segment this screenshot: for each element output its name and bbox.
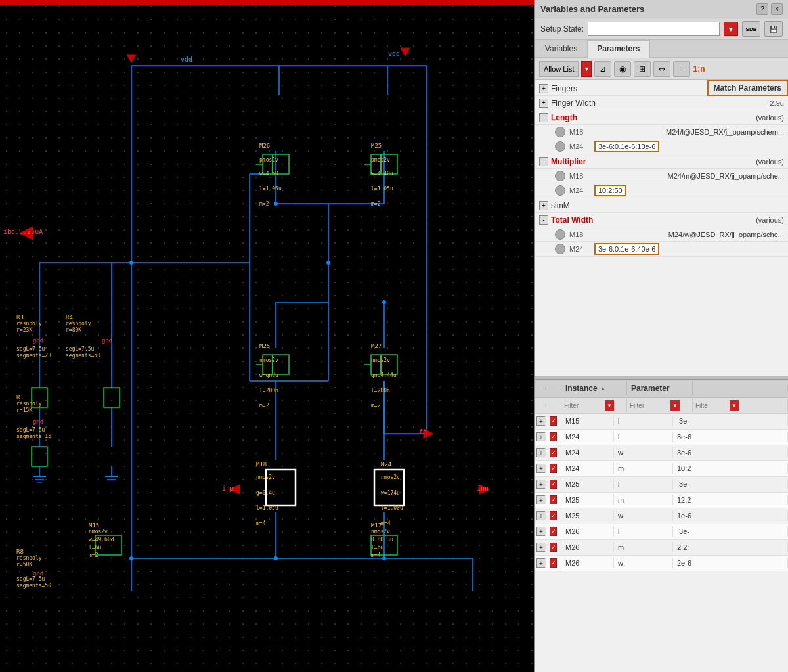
row-value: .3e- [673, 416, 788, 426]
expand-finger-width[interactable]: + [539, 99, 548, 108]
row-expand[interactable]: + [535, 464, 546, 473]
row-expand[interactable]: + [535, 448, 546, 457]
instance-sort-arrow[interactable]: ▲ [600, 385, 606, 392]
setup-state-input[interactable] [588, 22, 720, 36]
filter-button[interactable]: ⊿ [594, 61, 611, 77]
expand-length[interactable]: - [539, 113, 548, 122]
param-filter-input[interactable] [630, 402, 669, 409]
row-instance: M25 [561, 510, 614, 521]
row-expand[interactable]: + [535, 495, 546, 504]
tree-item-finger-width[interactable]: + Finger Width 2.9u [535, 96, 788, 110]
expand-icon[interactable]: + [536, 464, 546, 473]
row-checkbox[interactable]: ✓ [546, 415, 561, 427]
row-checkbox[interactable]: ✓ [546, 526, 561, 537]
row-expand[interactable]: + [535, 416, 546, 426]
total-width-label: Total Width [551, 215, 751, 225]
tree-item-simm[interactable]: + simM [535, 198, 788, 213]
row-param: l [614, 526, 673, 537]
allow-list-button[interactable]: Allow List [539, 61, 579, 77]
schematic-canvas[interactable]: vdd vdd ibg...25uA M26 pmos2v w=4.60 l=1… [0, 0, 535, 672]
param-filter-dropdown[interactable]: ▼ [670, 400, 680, 411]
expand-icon[interactable]: + [536, 416, 546, 426]
sdb-button[interactable]: SDB [742, 21, 760, 37]
r8-seg2: segments=50 [16, 583, 51, 589]
tree-item-length[interactable]: - Length (various) [535, 110, 788, 125]
row-checkbox[interactable]: ✓ [546, 447, 561, 459]
vdd-label-left: vdd [181, 56, 192, 63]
total-width-value: (various) [756, 216, 784, 224]
match-parameters-box[interactable]: Match Parameters [707, 80, 788, 96]
expand-icon[interactable]: + [536, 558, 546, 568]
checkbox-icon[interactable]: ✓ [550, 558, 557, 568]
close-button[interactable]: × [771, 3, 783, 15]
checkbox-icon[interactable]: ✓ [550, 511, 557, 520]
allow-list-dropdown[interactable]: ▼ [581, 61, 592, 77]
title-bar-icons: ? × [756, 3, 783, 15]
help-button[interactable]: ? [756, 3, 768, 15]
expand-multiplier[interactable]: - [539, 157, 548, 166]
row-expand[interactable]: + [535, 543, 546, 552]
grid-button[interactable]: ⊞ [634, 61, 651, 77]
tw-m24-value[interactable]: 3e-6:0.1e-6:40e-6 [594, 243, 659, 255]
row-checkbox[interactable]: ✓ [546, 494, 561, 506]
row-checkbox[interactable]: ✓ [546, 478, 561, 490]
expand-icon[interactable]: + [536, 511, 546, 520]
expand-icon[interactable]: + [536, 432, 546, 441]
expand-icon[interactable]: + [536, 527, 546, 536]
setup-state-dropdown[interactable]: ▼ [724, 22, 738, 36]
eq-button[interactable]: = [673, 61, 690, 77]
m24-params: w=174u [381, 490, 400, 496]
checkbox-icon[interactable]: ✓ [550, 464, 557, 473]
row-checkbox[interactable]: ✓ [546, 431, 561, 443]
row-expand[interactable]: + [535, 558, 546, 568]
top-bar [0, 0, 534, 5]
checkbox-icon[interactable]: ✓ [550, 448, 557, 457]
arrows-button[interactable]: ⇔ [653, 61, 670, 77]
row-checkbox[interactable]: ✓ [546, 557, 561, 569]
instance-filter-input[interactable] [564, 402, 603, 409]
row-expand[interactable]: + [535, 432, 546, 441]
m24-params2: l=1.00u [381, 505, 403, 511]
save-button[interactable]: 💾 [764, 21, 783, 37]
mult-m24-value[interactable]: 10:2:50 [594, 185, 626, 196]
tree-item-total-width[interactable]: - Total Width (various) [535, 213, 788, 227]
row-expand[interactable]: + [535, 480, 546, 489]
row-instance: M24 [561, 447, 614, 458]
checkbox-icon[interactable]: ✓ [550, 432, 557, 441]
table-body: + ✓ M15 l .3e- + ✓ M24 l 3e-6 + ✓ M24 w … [535, 414, 788, 673]
row-expand[interactable]: + [535, 511, 546, 520]
m17-params3: m=4 [371, 552, 380, 558]
checkbox-icon[interactable]: ✓ [550, 416, 557, 426]
expand-simm[interactable]: + [539, 201, 548, 210]
eye-button[interactable]: ◉ [614, 61, 631, 77]
expand-icon[interactable]: + [536, 480, 546, 489]
tab-parameters[interactable]: Parameters [587, 40, 649, 58]
col-header-instance[interactable]: Instance ▲ [561, 381, 627, 395]
checkbox-icon[interactable]: ✓ [550, 480, 557, 489]
checkbox-icon[interactable]: ✓ [550, 495, 557, 504]
expand-icon[interactable]: + [536, 495, 546, 504]
instance-filter-dropdown[interactable]: ▼ [605, 400, 614, 411]
value-filter-dropdown[interactable]: ▼ [730, 400, 739, 411]
table-header: Instance ▲ Parameter [535, 380, 788, 398]
checkbox-icon[interactable]: ✓ [550, 543, 557, 552]
checkbox-icon[interactable]: ✓ [550, 527, 557, 536]
row-checkbox[interactable]: ✓ [546, 462, 561, 474]
row-checkbox[interactable]: ✓ [546, 541, 561, 553]
expand-fingers[interactable]: + [539, 84, 548, 93]
length-m24-value[interactable]: 3e-6:0.1e-6:10e-6 [594, 141, 659, 152]
row-checkbox[interactable]: ✓ [546, 510, 561, 522]
row-expand[interactable]: + [535, 527, 546, 536]
m17-params: 0.80.3u [371, 537, 393, 543]
value-filter-input[interactable] [695, 402, 728, 409]
tree-item-multiplier[interactable]: - Multiplier (various) [535, 154, 788, 169]
tab-variables[interactable]: Variables [535, 40, 587, 57]
col-header-parameter[interactable]: Parameter [627, 381, 693, 395]
length-m24-row: M24 3e-6:0.1e-6:10e-6 [535, 139, 788, 154]
m25-params3: m=2 [371, 201, 380, 207]
row-param: w [614, 447, 673, 458]
expand-total-width[interactable]: - [539, 215, 548, 225]
expand-icon[interactable]: + [536, 543, 546, 552]
expand-icon[interactable]: + [536, 448, 546, 457]
m26-params2: l=1.05u [259, 186, 282, 192]
